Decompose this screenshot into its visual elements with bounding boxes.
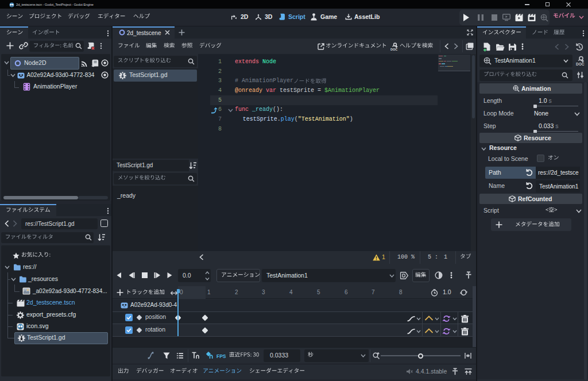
svg-text:FPS: FPS [216,353,226,359]
svg-text:DOC: DOC [576,62,585,66]
svg-text:DOC: DOC [390,48,397,51]
